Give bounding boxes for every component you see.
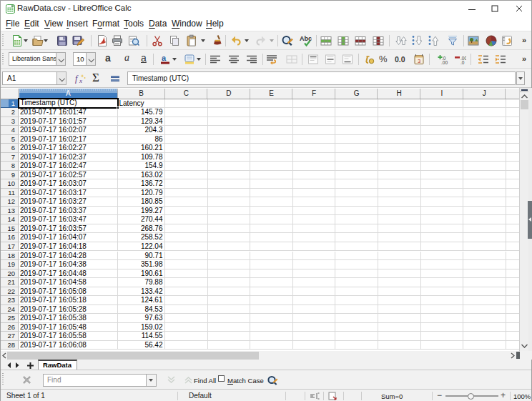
- svg-text:a: a: [162, 54, 167, 62]
- svg-text:x: x: [79, 77, 82, 84]
- svg-text:3: 3: [418, 58, 420, 64]
- svg-text:f: f: [75, 74, 79, 84]
- svg-text:.0: .0: [460, 60, 465, 65]
- svg-text:.00: .00: [441, 60, 448, 65]
